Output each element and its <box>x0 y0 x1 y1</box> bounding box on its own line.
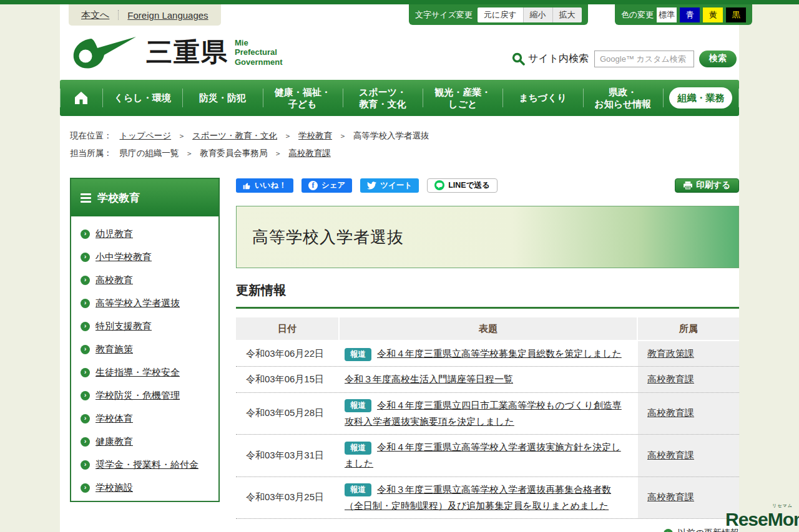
table-row: 令和03年06月15日 令和３年度高校生活入門講座等日程一覧 高校教育課 <box>236 367 739 392</box>
color-yellow-button[interactable]: 黄 <box>703 7 723 22</box>
department-item: 県庁の組織一覧 <box>120 148 179 158</box>
nav-sports-kyoiku-bunka[interactable]: スポーツ・教育・文化 <box>343 80 423 116</box>
arrow-icon: › <box>81 368 90 377</box>
update-table: 日付 表題 所属 令和03年06月22日 報道令和４年度三重県立高等学校募集定員… <box>236 317 739 519</box>
arrow-icon: › <box>81 414 90 423</box>
sidebar-list: ›幼児教育 ›小中学校教育 ›高校教育 ›高等学校入学者選抜 ›特別支援教育 ›… <box>71 216 218 495</box>
site-subtitle: Mie Prefectural Government <box>235 38 292 67</box>
department-link[interactable]: 高校教育課 <box>647 491 694 503</box>
table-header: 日付 表題 所属 <box>236 317 739 340</box>
site-logo[interactable]: 三重県 Mie Prefectural Government <box>70 35 292 70</box>
home-icon <box>74 91 89 105</box>
font-enlarge-button[interactable]: 拡大 <box>552 7 582 22</box>
top-accent-bar <box>0 0 799 4</box>
nav-home[interactable] <box>60 80 102 116</box>
printer-icon <box>684 181 692 190</box>
search-button[interactable]: 検索 <box>699 51 737 67</box>
press-badge: 報道 <box>345 348 371 361</box>
arrow-icon: › <box>81 483 90 493</box>
site-search: サイト内検索 検索 <box>512 49 737 68</box>
main-nav: くらし・環境 防災・防犯 健康・福祉・子ども スポーツ・教育・文化 観光・産業・… <box>60 80 739 116</box>
sidebar-item-gakko-shisetsu: ›学校施設 <box>81 481 212 495</box>
font-size-buttons: 元に戻す 縮小 拡大 <box>478 7 582 22</box>
breadcrumb-link-gakko[interactable]: 学校教育 <box>298 131 332 140</box>
color-change-tool: 色の変更 標準 青 黄 黒 <box>615 4 752 25</box>
resemom-watermark: リセマム ReseMom. <box>725 503 799 530</box>
color-black-button[interactable]: 黒 <box>726 7 746 22</box>
sidebar-item-yoji: ›幼児教育 <box>81 227 212 241</box>
section-title: 更新情報 <box>236 282 739 309</box>
menu-icon <box>81 193 91 203</box>
search-label: サイト内検索 <box>528 52 589 65</box>
table-row: 令和03年05月28日 報道令和４年度三重県立四日市工業高等学校ものづくり創造専… <box>236 393 739 435</box>
line-share-button[interactable]: LINEで送る <box>427 178 498 193</box>
nav-kensei-oshirase[interactable]: 県政・お知らせ情報 <box>583 80 663 116</box>
row-date: 令和03年05月28日 <box>236 393 338 435</box>
font-shrink-button[interactable]: 縮小 <box>523 7 552 22</box>
nav-soshiki-gyomu[interactable]: 組織・業務 <box>663 80 739 116</box>
color-blue-button[interactable]: 青 <box>680 7 700 22</box>
breadcrumb: 現在位置：トップページ＞スポーツ・教育・文化＞学校教育＞高等学校入学者選抜 担当… <box>70 127 429 162</box>
sidebar-item-koko: ›高校教育 <box>81 273 212 287</box>
update-title-link[interactable]: 令和３年度三重県立高等学校入学者選抜再募集合格者数（全日制・定時制課程）及び追加… <box>345 484 611 511</box>
search-input[interactable] <box>594 51 694 67</box>
nav-kanko-sangyo-shigoto[interactable]: 観光・産業・しごと <box>423 80 502 116</box>
department-link[interactable]: 高校教育課 <box>647 450 694 462</box>
nav-machizukuri[interactable]: まちづくり <box>502 80 582 116</box>
divider <box>118 10 119 20</box>
nav-kenko-fukushi-kodomo[interactable]: 健康・福祉・子ども <box>263 80 343 116</box>
nav-bosai-bohan[interactable]: 防災・防犯 <box>182 80 262 116</box>
arrow-icon: › <box>81 391 90 400</box>
facebook-share-button[interactable]: f シェア <box>301 178 352 193</box>
department-label: 担当所属： <box>70 148 112 158</box>
more-updates-row: › 以前の更新情報 <box>236 528 739 532</box>
sidebar-item-seito-shido: ›生徒指導・学校安全 <box>81 365 212 379</box>
social-row: いいね！ f シェア ツイート LINEで送る 印刷する <box>236 178 739 193</box>
breadcrumb-link-top[interactable]: トップページ <box>120 131 172 140</box>
sidebar-item-gakko-taiiku: ›学校体育 <box>81 412 212 425</box>
col-header-title: 表題 <box>340 317 637 340</box>
department-link[interactable]: 高校教育課 <box>647 407 694 419</box>
press-badge: 報道 <box>345 399 371 412</box>
breadcrumb-current: 高等学校入学者選抜 <box>353 131 429 140</box>
page-title-box: 高等学校入学者選抜 <box>236 206 739 268</box>
color-standard-button[interactable]: 標準 <box>657 7 677 22</box>
facebook-icon: f <box>308 181 318 190</box>
main-content: いいね！ f シェア ツイート LINEで送る 印刷する 高等学校入学者選抜 更… <box>236 178 739 532</box>
update-title-link[interactable]: 令和４年度三重県立高等学校募集定員総数を策定しました <box>377 348 622 359</box>
facebook-like-button[interactable]: いいね！ <box>236 178 293 193</box>
skip-to-content-link[interactable]: 本文へ <box>81 9 109 21</box>
utility-links: 本文へ Foreign Languages <box>69 4 221 26</box>
arrow-icon: › <box>81 276 90 285</box>
table-row: 令和03年03月31日 報道令和４年度三重県立高等学校入学者選抜実施方針を決定し… <box>236 435 739 477</box>
press-badge: 報道 <box>345 483 371 496</box>
breadcrumb-link-sports[interactable]: スポーツ・教育・文化 <box>192 131 277 140</box>
sidebar-item-kyoiku-shisaku: ›教育施策 <box>81 342 212 356</box>
print-button[interactable]: 印刷する <box>675 178 739 193</box>
sidebar: 学校教育 ›幼児教育 ›小中学校教育 ›高校教育 ›高等学校入学者選抜 ›特別支… <box>70 178 220 502</box>
sidebar-title: 学校教育 <box>97 191 140 205</box>
page-container: 本文へ Foreign Languages 文字サイズ変更 元に戻す 縮小 拡大… <box>60 0 739 532</box>
line-icon <box>434 180 444 190</box>
table-row: 令和03年06月22日 報道令和４年度三重県立高等学校募集定員総数を策定しました… <box>236 341 739 367</box>
col-header-dept: 所属 <box>638 317 739 340</box>
color-change-label: 色の変更 <box>621 9 654 21</box>
arrow-icon: › <box>81 299 90 308</box>
sidebar-item-shogakukin: ›奨学金・授業料・給付金 <box>81 458 212 472</box>
font-size-label: 文字サイズ変更 <box>415 9 473 21</box>
foreign-languages-link[interactable]: Foreign Languages <box>127 10 208 21</box>
update-title-link[interactable]: 令和３年度高校生活入門講座等日程一覧 <box>345 374 513 384</box>
watermark-ruby: リセマム <box>725 503 799 509</box>
department-link-kokokyoikuka[interactable]: 高校教育課 <box>288 148 331 158</box>
sidebar-item-shochu: ›小中学校教育 <box>81 250 212 264</box>
update-title-link[interactable]: 令和４年度三重県立高等学校入学者選抜実施方針を決定しました <box>345 442 621 468</box>
row-date: 令和03年03月31日 <box>236 435 338 476</box>
department-link[interactable]: 教育政策課 <box>647 348 694 360</box>
twitter-tweet-button[interactable]: ツイート <box>360 178 419 193</box>
nav-kurashi-kankyo[interactable]: くらし・環境 <box>102 80 182 116</box>
arrow-icon: › <box>81 253 90 262</box>
department-link[interactable]: 高校教育課 <box>647 374 694 385</box>
update-title-link[interactable]: 令和４年度三重県立四日市工業高等学校ものづくり創造専攻科入学者選抜実施要項を決定… <box>345 400 622 427</box>
font-reset-button[interactable]: 元に戻す <box>478 7 523 22</box>
row-date: 令和03年03月25日 <box>236 477 338 519</box>
